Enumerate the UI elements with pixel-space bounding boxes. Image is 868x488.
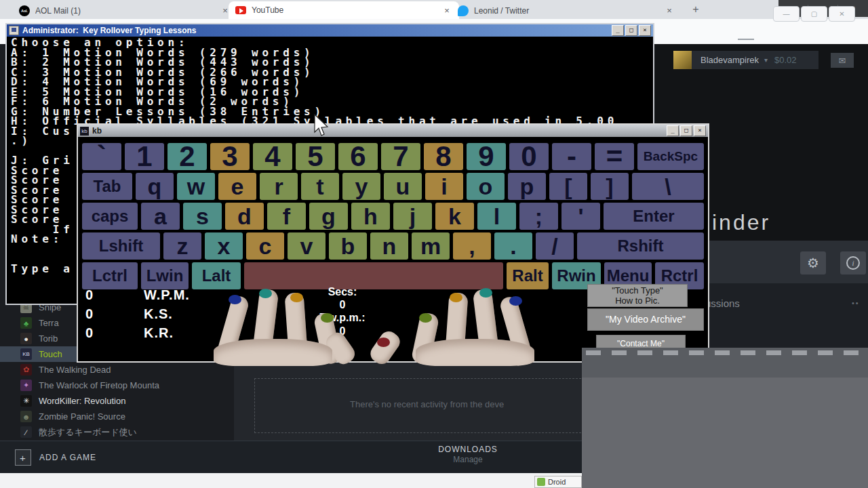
browser-close-button[interactable]: ✕ [829,6,855,22]
key-tab: Tab [82,173,132,200]
game-label: WordKiller: Revolution [39,396,125,406]
recent-activity-box: There's no recent activity from the deve [254,378,598,433]
nail-left-middle [290,293,303,302]
game-label: Terra [39,318,59,328]
key-backslash: \ [632,173,704,200]
game-label: The Warlock of Firetop Mounta [39,380,159,390]
minimize-button[interactable]: _ [612,25,624,36]
key-m: m [412,232,450,260]
kr-value: 0 [85,325,93,341]
key-1: 1 [125,143,164,170]
game-label: 散歩するキーボード使い [39,426,137,439]
info-button[interactable]: i [840,251,866,274]
key-y: y [342,173,380,200]
key-o: o [467,173,505,200]
ks-label: K.S. [144,306,173,322]
game-list-item[interactable]: ✦The Warlock of Firetop Mounta [0,378,234,393]
key-row: capsasdfghjkl;'Enter [82,203,704,230]
sanpo-keyboard-game-icon: ∕ [20,426,32,438]
aol-icon: Aol. [19,5,30,16]
droid-taskbar-fragment[interactable]: Droid [534,476,582,488]
key-minus: - [552,143,591,170]
manage-link[interactable]: Manage [407,455,529,464]
close-tab-icon[interactable]: × [664,5,675,16]
console-icon [9,26,19,35]
envelope-icon: ✉ [839,56,846,66]
key-c: c [246,232,284,260]
close-button[interactable]: × [639,25,651,36]
wordkiller-game-icon: ✳ [20,395,32,407]
kb-titlebar[interactable]: kb kb _ □ × [78,125,708,137]
key-ralt: Ralt [507,262,549,289]
maximize-button[interactable]: □ [680,125,692,136]
key-s: s [183,203,222,230]
annotation-line: "Touch Type" [612,285,663,296]
nail-thumb [377,338,390,347]
wpm-label: W.P.M. [144,287,190,303]
annotation-video-archive[interactable]: "My Video Archive" [587,308,704,331]
nail-right-index [419,313,432,323]
console-title: Administrator: Key Rollover Typing Lesso… [22,26,608,35]
nail-left-pinky [229,295,241,304]
steam-user-bar[interactable]: Bladevampirek ▾ $0.02 [673,51,818,69]
key-row: `1234567890-=BackSpc [82,143,704,170]
chevron-down-icon: ▾ [764,56,768,64]
youtube-icon [235,6,246,14]
key-k: k [435,203,474,230]
game-list-item[interactable]: ∕散歩するキーボード使い [0,424,234,440]
kr-label: K.R. [144,325,174,341]
annotation-touch-type[interactable]: "Touch Type" How to Pic. [587,284,688,307]
key-backtick: ` [82,143,121,170]
minimize-button[interactable]: _ [667,125,679,136]
key-3: 3 [210,143,250,170]
warlock-game-icon: ✦ [20,380,32,391]
key-backspace: BackSpc [637,143,704,170]
wpm-value: 0 [85,287,93,303]
discussions-link[interactable]: ussions [705,298,740,309]
key-semicolon: ; [519,203,558,230]
key-5: 5 [296,143,335,170]
twitter-icon [458,5,469,16]
tab-youtube[interactable]: YouTube × [229,1,459,19]
browser-minimize-button[interactable]: — [773,6,800,22]
key-equals: = [595,143,634,170]
add-a-game-label: ADD A GAME [39,453,96,462]
key-8: 8 [424,143,463,170]
toribash-game-icon: ● [20,333,32,344]
browser-tab-strip: Aol. AOL Mail (1) × YouTube × Leonid / T… [0,0,868,19]
nail-left-index [321,313,334,323]
browser-maximize-button[interactable]: ▢ [801,6,827,22]
maximize-button[interactable]: □ [625,25,637,36]
game-list-item[interactable]: ✿The Walking Dead [0,362,234,378]
key-b: b [329,232,367,260]
key-h: h [351,203,390,230]
key-space [244,262,503,289]
key-caps: caps [82,203,138,230]
username: Bladevampirek [701,55,759,65]
settings-button[interactable]: ⚙ [800,251,826,274]
tab-aol-mail[interactable]: Aol. AOL Mail (1) × [12,2,237,19]
key-lalt: Lalt [192,262,241,289]
key-i: i [425,173,463,200]
key-lbracket: [ [549,173,587,200]
annotation-line: How to Pic. [615,296,660,306]
mail-button[interactable]: ✉ [831,53,854,68]
close-button[interactable]: × [694,125,706,136]
key-lwin: Lwin [141,262,189,289]
key-9: 9 [467,143,506,170]
key-n: n [370,232,408,260]
downloads-label[interactable]: DOWNLOADS [407,445,529,454]
game-label: Torib [39,333,58,344]
new-tab-button[interactable]: + [689,3,703,16]
ks-value: 0 [85,306,93,322]
overlay-panel [582,348,868,488]
game-list-item[interactable]: ☻Zombie Panic! Source [0,409,234,424]
key-f: f [267,203,306,230]
game-list-item[interactable]: ✳WordKiller: Revolution [0,393,234,409]
add-a-game-button[interactable]: + ADD A GAME [15,449,96,466]
console-titlebar[interactable]: Administrator: Key Rollover Typing Lesso… [7,24,653,37]
key-7: 7 [381,143,420,170]
tab-label: YouTube [252,5,436,15]
tab-twitter[interactable]: Leonid / Twitter × [451,2,682,19]
key-lshift: Lshift [82,232,160,260]
